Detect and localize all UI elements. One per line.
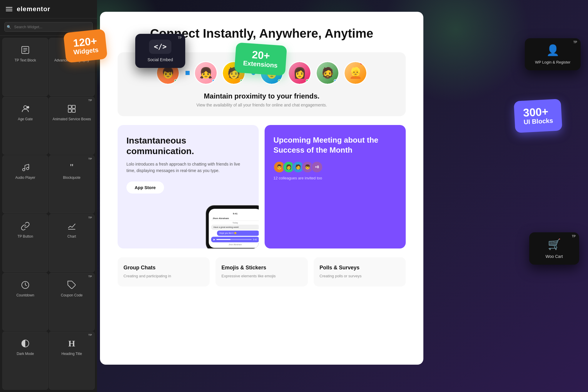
widget-label: Countdown: [16, 293, 34, 298]
social-embed-card: TP </> Social Embed: [135, 34, 185, 68]
widget-chart[interactable]: TP Chart: [49, 214, 95, 272]
wp-login-label: WP Login & Register: [535, 60, 570, 64]
widget-label: Heading Title: [61, 352, 82, 356]
widget-coupon-code[interactable]: TP Coupon Code: [49, 273, 95, 331]
widget-label: Age Gate: [18, 117, 33, 122]
widget-age-gate[interactable]: + Age Gate: [2, 97, 48, 155]
cards-row: Instantaneous communication. Lolo introd…: [118, 125, 406, 248]
widget-label: Coupon Code: [61, 293, 83, 298]
comm-card-desc: Lolo introduces a fresh approach to chat…: [126, 161, 250, 174]
bottom-cards: Group Chats Creating and participating i…: [118, 257, 406, 286]
avatar-2: 👧: [194, 61, 218, 85]
tp-badge: TP: [88, 333, 92, 336]
widget-tp-button[interactable]: TP Button: [2, 214, 48, 272]
dark-mode-icon: [19, 338, 31, 349]
audio-icon: [19, 161, 31, 173]
woo-cart-icon: 🛒: [548, 238, 561, 251]
meeting-avatars: 👨 👩 🧑 👦 +8: [273, 161, 397, 173]
app-store-button[interactable]: App Store: [126, 181, 164, 194]
svg-rect-9: [68, 109, 71, 112]
bottom-card-desc: Creating polls or surveys: [320, 273, 400, 279]
widget-label: Audio Player: [15, 176, 35, 180]
svg-text:+: +: [27, 106, 28, 109]
status-online: [306, 79, 309, 83]
heading-icon: H: [66, 338, 78, 349]
bottom-card-title: Emojis & Stickers: [221, 265, 302, 271]
meeting-count: 12 colleagues are invited too: [273, 176, 397, 180]
widget-label: Blockquote: [63, 176, 80, 180]
svg-point-12: [26, 167, 29, 170]
widgets-grid: TP Text Block TP U Advanced Typography +…: [0, 36, 97, 392]
meeting-card: Upcoming Meeting about the Success of th…: [265, 125, 406, 248]
tp-badge: TP: [88, 157, 92, 160]
bottom-card-emojis: Emojis & Stickers Expressive elements li…: [216, 257, 308, 286]
svg-line-15: [25, 164, 29, 166]
status-online: [212, 79, 216, 83]
text-block-icon: [19, 44, 31, 56]
blockquote-icon: ": [66, 161, 78, 173]
avatar-6: 🧔: [316, 61, 339, 85]
chart-icon: [66, 220, 78, 232]
hamburger-menu[interactable]: [6, 7, 12, 11]
widget-blockquote[interactable]: TP " Blockquote: [49, 155, 95, 213]
widget-countdown[interactable]: Countdown: [2, 273, 48, 331]
coupon-icon: [66, 279, 78, 291]
widget-dark-mode[interactable]: Dark Mode: [2, 331, 48, 390]
tp-badge: TP: [88, 99, 92, 102]
sidebar-header: elementor: [0, 0, 97, 19]
tp-badge: TP: [88, 275, 92, 278]
status-online: [278, 79, 281, 83]
communication-card: Instantaneous communication. Lolo introd…: [118, 125, 259, 248]
bottom-card-desc: Creating and participating in: [123, 273, 204, 279]
search-input[interactable]: [4, 22, 93, 32]
widget-tp-text-block[interactable]: TP Text Block: [2, 38, 48, 96]
meeting-avatar-extra: +8: [311, 161, 323, 173]
countdown-icon: [19, 279, 31, 291]
widget-label: Dark Mode: [17, 352, 34, 356]
widget-label: TP Button: [17, 234, 33, 239]
animated-boxes-icon: [66, 103, 78, 115]
wp-login-icon: 👤: [546, 44, 559, 56]
button-icon: [19, 220, 31, 232]
chat-message-1: Have a great working week!: [211, 225, 259, 230]
badge-count: 300+: [523, 106, 553, 118]
bottom-card-group-chats: Group Chats Creating and participating i…: [118, 257, 210, 286]
widget-label: TP Text Block: [15, 58, 36, 63]
woo-cart-label: Woo Cart: [546, 254, 563, 259]
age-gate-icon: +: [19, 103, 31, 115]
friends-subtitle: View the availability of all your friend…: [126, 103, 397, 107]
new-badge: New: [360, 61, 367, 64]
bottom-card-title: Group Chats: [123, 265, 204, 271]
status-online: [174, 79, 178, 83]
widget-label: Animated Service Boxes: [53, 117, 91, 122]
widget-audio-player[interactable]: Audio Player: [2, 155, 48, 213]
tp-label: TP: [178, 36, 182, 39]
widget-heading-title[interactable]: TP H Heading Title: [49, 331, 95, 390]
badge-extensions: 20+ Extensions: [234, 42, 287, 76]
badge-ui-blocks: 300+ UI Blocks: [514, 99, 562, 133]
tp-label: TP: [573, 41, 577, 44]
svg-rect-10: [72, 109, 75, 112]
phone-mockup: 9:41 Jhon Abraham Today Have a great wor…: [206, 205, 259, 248]
status-online: [240, 79, 243, 83]
friends-title: Maintain proximity to your friends.: [126, 92, 397, 100]
badge-label: UI Blocks: [523, 117, 553, 126]
svg-rect-7: [68, 105, 71, 109]
bottom-card-polls: Polls & Surveys Creating polls or survey…: [314, 257, 406, 286]
tp-badge: TP: [88, 216, 92, 219]
meeting-card-title: Upcoming Meeting about the Success of th…: [273, 135, 397, 155]
woo-cart-card: TP 🛒 Woo Cart: [529, 232, 579, 265]
elementor-logo: elementor: [17, 5, 50, 13]
avatar-7: 👱 New: [344, 61, 367, 85]
bottom-card-title: Polls & Surveys: [320, 265, 400, 271]
comm-card-title: Instantaneous communication.: [126, 135, 250, 156]
svg-point-11: [23, 169, 25, 171]
tp-label: TP: [572, 235, 576, 238]
wp-login-card: TP 👤 WP Login & Register: [525, 38, 581, 70]
chat-message-2: Hope you like it 😊: [217, 231, 259, 236]
widget-animated-service-boxes[interactable]: TP Animated Service Boxes: [49, 97, 95, 155]
status-online: [334, 79, 337, 83]
online-dot-1: [186, 71, 190, 75]
social-embed-label: Social Embed: [148, 57, 173, 62]
social-embed-icon: </>: [149, 40, 171, 54]
